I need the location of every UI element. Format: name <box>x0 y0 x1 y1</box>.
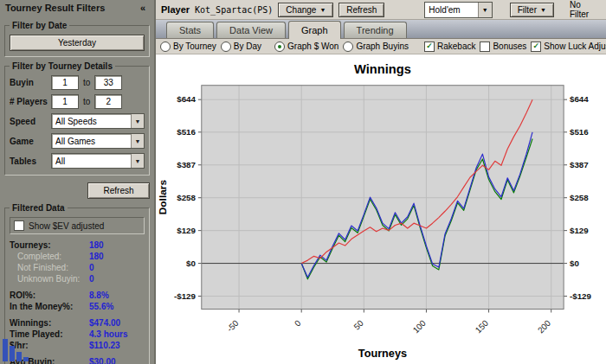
checkbox-bonuses[interactable]: Bonuses <box>480 42 526 52</box>
radio-by-tourney[interactable]: By Tourney <box>160 42 216 52</box>
svg-text:Tourneys: Tourneys <box>358 347 407 360</box>
stat-label: Tourneys: <box>10 240 89 251</box>
ev-adjusted-row: Show $EV adjusted <box>10 217 145 234</box>
game-type-select[interactable]: Hold'em ▼ <box>424 2 492 18</box>
svg-text:100: 100 <box>411 318 429 335</box>
game-select[interactable]: All Games ▼ <box>51 133 145 149</box>
tab-strip: Stats Data View Graph Trending <box>156 20 606 39</box>
checkbox-rakeback[interactable]: Rakeback <box>424 42 475 52</box>
graph-options-row: By Tourney By Day Graph $ Won Graph Buyi… <box>156 39 606 54</box>
radio-icon[interactable] <box>343 42 353 52</box>
stat-value: 4.3 hours <box>89 329 127 340</box>
radio-graph-buyins[interactable]: Graph Buyins <box>343 42 409 52</box>
svg-text:0: 0 <box>293 318 303 329</box>
speed-row: Speed All Speeds ▼ <box>10 113 145 129</box>
stat-value: 0 <box>89 274 94 284</box>
svg-text:$129: $129 <box>570 226 589 235</box>
tab-stats[interactable]: Stats <box>166 22 214 38</box>
to-label: to <box>83 97 90 106</box>
checkbox-luck-adjusted[interactable]: Show Luck Adjusted Wins <box>531 42 606 52</box>
svg-text:50: 50 <box>351 318 365 332</box>
radio-graph-won[interactable]: Graph $ Won <box>274 42 338 52</box>
svg-text:Dollars: Dollars <box>157 180 169 215</box>
checkbox-icon[interactable] <box>531 42 541 52</box>
speed-select[interactable]: All Speeds ▼ <box>51 113 145 129</box>
radio-label: Graph Buyins <box>356 42 409 51</box>
tab-graph[interactable]: Graph <box>288 21 341 39</box>
stat-unknown-buyin: Unknown Buyin: 0 <box>10 274 145 284</box>
tables-value: All <box>52 156 131 166</box>
filter-button[interactable]: Filter ▼ <box>510 3 554 17</box>
stat-tourneys: Tourneys: 180 <box>10 240 145 251</box>
svg-text:$258: $258 <box>570 193 589 202</box>
radio-by-day[interactable]: By Day <box>221 42 261 52</box>
radio-label: By Tourney <box>173 42 216 51</box>
svg-text:$644: $644 <box>570 94 589 104</box>
radio-icon[interactable] <box>274 42 285 52</box>
sidebar-refresh-button[interactable]: Refresh <box>87 182 150 199</box>
stat-label: ROI%: <box>10 291 89 301</box>
tables-label: Tables <box>10 156 51 166</box>
mini-bar-chart-icon <box>3 339 29 361</box>
stat-label: Not Finished: <box>10 263 89 273</box>
players-label: # Players <box>10 97 51 106</box>
yesterday-button[interactable]: Yesterday <box>10 35 145 51</box>
players-row: # Players 1 to 2 <box>10 94 145 109</box>
chevron-down-icon: ▼ <box>319 7 326 13</box>
checkbox-label: Bonuses <box>493 42 526 51</box>
chevron-down-icon[interactable]: ▼ <box>131 114 144 128</box>
chevron-down-icon[interactable]: ▼ <box>131 134 144 148</box>
stat-value: 55.6% <box>89 302 113 312</box>
buyin-label: Buyin <box>10 78 51 87</box>
ev-adjusted-label: Show $EV adjusted <box>29 221 104 231</box>
chevron-down-icon: ▼ <box>540 7 546 13</box>
speed-value: All Speeds <box>52 117 131 126</box>
winnings-chart: -50050100150200$644$644$516$516$387$387$… <box>156 54 606 364</box>
tab-data-view[interactable]: Data View <box>216 22 286 38</box>
svg-text:$129: $129 <box>177 226 196 235</box>
svg-text:$387: $387 <box>177 160 196 169</box>
filter-by-date-title: Filter by Date <box>10 21 69 30</box>
sidebar-title: Tourney Result Filters <box>5 3 105 13</box>
refresh-button[interactable]: Refresh <box>338 3 384 17</box>
stat-value: $30.00 <box>89 357 116 364</box>
ev-adjusted-checkbox[interactable] <box>14 220 24 231</box>
stat-value: 180 <box>89 240 104 251</box>
filter-by-date-group: Filter by Date Yesterday <box>4 25 150 57</box>
sidebar-refresh-row: Refresh <box>4 182 150 199</box>
player-label: Player <box>161 4 190 15</box>
filter-by-details-group: Filter by Tourney Details Buyin 1 to 33 … <box>4 66 150 176</box>
player-name: Kot_Spartac(PS) <box>195 5 273 15</box>
sidebar-header: Tourney Result Filters « <box>4 2 150 16</box>
svg-text:$0: $0 <box>570 258 579 267</box>
chevron-down-icon[interactable]: ▼ <box>131 154 144 168</box>
svg-text:$0: $0 <box>186 258 196 267</box>
svg-text:Winnings: Winnings <box>354 62 411 76</box>
radio-icon[interactable] <box>221 42 231 52</box>
app-window: Tourney Result Filters « Filter by Date … <box>0 0 606 364</box>
players-from-input[interactable]: 1 <box>51 94 79 109</box>
stat-label: Unknown Buyin: <box>10 274 89 284</box>
change-player-button[interactable]: Change ▼ <box>278 3 333 17</box>
filter-by-details-title: Filter by Tourney Details <box>10 61 115 71</box>
filters-sidebar: Tourney Result Filters « Filter by Date … <box>0 0 156 364</box>
stat-value: 0 <box>89 263 94 273</box>
svg-text:-$129: -$129 <box>174 291 196 300</box>
chevron-down-icon[interactable]: ▼ <box>478 3 492 17</box>
game-type-value: Hold'em <box>425 5 477 15</box>
buyin-to-input[interactable]: 33 <box>94 75 122 90</box>
tables-row: Tables All ▼ <box>10 153 145 169</box>
stat-time-played: Time Played: 4.3 hours <box>10 329 145 340</box>
stat-value: 8.8% <box>89 291 109 301</box>
stat-value: 180 <box>89 252 104 262</box>
buyin-from-input[interactable]: 1 <box>51 75 79 90</box>
checkbox-icon[interactable] <box>424 42 435 52</box>
tables-select[interactable]: All ▼ <box>51 153 145 169</box>
radio-icon[interactable] <box>160 42 171 52</box>
tab-trending[interactable]: Trending <box>344 22 407 38</box>
collapse-sidebar-icon[interactable]: « <box>137 3 149 13</box>
players-to-input[interactable]: 2 <box>94 94 122 109</box>
svg-text:$516: $516 <box>177 127 196 137</box>
checkbox-icon[interactable] <box>480 42 490 52</box>
svg-text:$516: $516 <box>570 127 589 137</box>
